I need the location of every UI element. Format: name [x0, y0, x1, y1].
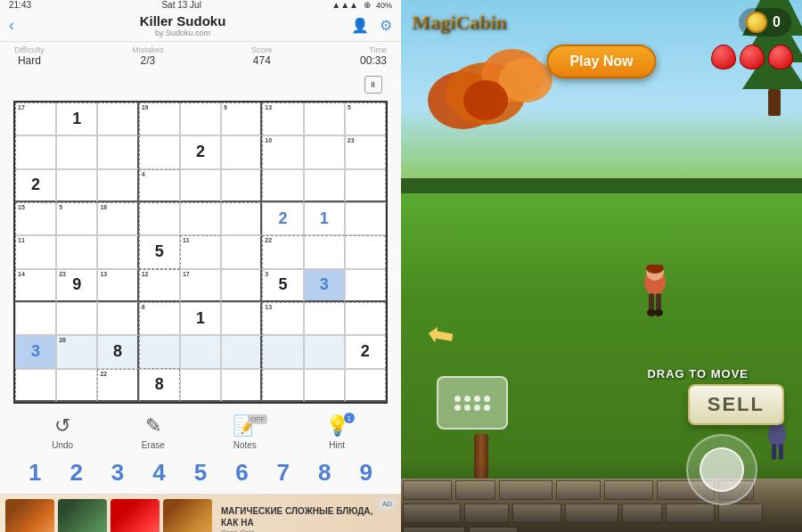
- table-row[interactable]: 9: [221, 102, 262, 135]
- table-row[interactable]: [180, 369, 221, 402]
- sell-platform[interactable]: SELL: [688, 384, 784, 425]
- table-row[interactable]: 8: [139, 302, 180, 335]
- table-row[interactable]: [139, 335, 180, 368]
- ad-banner[interactable]: МАГИЧЕСКИЕ СЛОЖНЫЕ БЛЮДА, КАК НА Coca-Co…: [0, 494, 401, 532]
- table-row[interactable]: [221, 335, 262, 368]
- sudoku-grid[interactable]: 17 1 19 9 13 5 2 10 23 2 4: [13, 101, 388, 404]
- table-row[interactable]: [56, 235, 97, 268]
- table-row[interactable]: 15: [15, 202, 56, 235]
- table-row[interactable]: [221, 135, 262, 168]
- table-row[interactable]: [221, 202, 262, 235]
- table-row[interactable]: [97, 102, 138, 135]
- num-btn-6[interactable]: 6: [225, 459, 258, 487]
- table-row[interactable]: [304, 169, 345, 202]
- num-btn-2[interactable]: 2: [61, 459, 93, 487]
- table-row[interactable]: [304, 102, 345, 135]
- table-row[interactable]: [345, 202, 386, 235]
- table-row[interactable]: [56, 302, 97, 335]
- table-row[interactable]: [304, 235, 345, 268]
- table-row[interactable]: [262, 335, 303, 368]
- table-row[interactable]: [56, 169, 97, 202]
- num-btn-3[interactable]: 3: [102, 459, 134, 487]
- table-row[interactable]: [139, 202, 180, 235]
- notes-button[interactable]: 📝OFF Notes: [233, 414, 257, 450]
- table-row[interactable]: [97, 302, 138, 335]
- table-row[interactable]: 22: [262, 235, 303, 268]
- table-row[interactable]: [15, 302, 56, 335]
- table-row[interactable]: [221, 302, 262, 335]
- game-ad-panel[interactable]: MagiCabin 0 Play Now ⬅: [401, 0, 802, 532]
- table-row[interactable]: 17: [180, 269, 221, 302]
- table-row[interactable]: [262, 369, 303, 402]
- table-row[interactable]: [345, 302, 386, 335]
- table-row[interactable]: [15, 369, 56, 402]
- table-row[interactable]: 12: [139, 269, 180, 302]
- table-row[interactable]: [15, 135, 56, 168]
- profile-icon[interactable]: 👤: [351, 17, 369, 34]
- pause-button[interactable]: ⏸: [364, 76, 382, 94]
- table-row[interactable]: 18: [97, 202, 138, 235]
- num-btn-4[interactable]: 4: [143, 459, 176, 487]
- table-row[interactable]: [180, 202, 221, 235]
- table-row[interactable]: 5: [345, 102, 386, 135]
- table-row[interactable]: [304, 335, 345, 368]
- table-row[interactable]: 2: [180, 135, 221, 168]
- num-btn-9[interactable]: 9: [350, 459, 382, 487]
- play-now-button[interactable]: Play Now: [546, 45, 656, 78]
- table-row[interactable]: [180, 102, 221, 135]
- table-row[interactable]: [180, 335, 221, 368]
- table-row[interactable]: [345, 269, 386, 302]
- table-row[interactable]: [139, 135, 180, 168]
- table-row[interactable]: 23: [345, 135, 386, 168]
- table-row[interactable]: 3: [15, 335, 56, 368]
- num-btn-5[interactable]: 5: [184, 459, 217, 487]
- num-btn-8[interactable]: 8: [308, 459, 340, 487]
- table-row[interactable]: [221, 269, 262, 302]
- erase-button[interactable]: ✎ Erase: [142, 414, 165, 450]
- table-row[interactable]: [221, 369, 262, 402]
- table-row[interactable]: [221, 169, 262, 202]
- table-row[interactable]: 2: [15, 169, 56, 202]
- table-row[interactable]: 19: [139, 102, 180, 135]
- table-row[interactable]: [180, 169, 221, 202]
- undo-button[interactable]: ↺ Undo: [52, 414, 73, 450]
- table-row[interactable]: [304, 135, 345, 168]
- num-btn-1[interactable]: 1: [19, 459, 51, 487]
- table-row[interactable]: 2: [345, 335, 386, 368]
- settings-icon[interactable]: ⚙: [380, 17, 392, 34]
- table-row[interactable]: 8: [97, 335, 138, 368]
- table-row[interactable]: 1: [304, 202, 345, 235]
- table-row[interactable]: [304, 369, 345, 402]
- sell-button[interactable]: SELL: [688, 384, 784, 425]
- table-row[interactable]: 22: [97, 369, 138, 402]
- table-row[interactable]: 5: [139, 235, 180, 268]
- hint-button[interactable]: 💡1 Hint: [325, 414, 349, 450]
- table-row[interactable]: 11: [180, 235, 221, 268]
- table-row[interactable]: [345, 169, 386, 202]
- table-row[interactable]: 13: [262, 302, 303, 335]
- table-row[interactable]: [345, 235, 386, 268]
- table-row[interactable]: [97, 135, 138, 168]
- table-row[interactable]: [304, 302, 345, 335]
- table-row[interactable]: 8: [139, 369, 180, 402]
- table-row[interactable]: [345, 369, 386, 402]
- table-row[interactable]: 2: [262, 202, 303, 235]
- table-row[interactable]: [97, 235, 138, 268]
- table-row[interactable]: [221, 235, 262, 268]
- table-row[interactable]: [97, 169, 138, 202]
- table-row[interactable]: 239: [56, 269, 97, 302]
- table-row[interactable]: 1: [56, 102, 97, 135]
- table-row[interactable]: 28: [56, 335, 97, 368]
- table-row[interactable]: 11: [15, 235, 56, 268]
- table-row[interactable]: 13: [97, 269, 138, 302]
- table-row[interactable]: 35: [262, 269, 303, 302]
- table-row[interactable]: 4: [139, 169, 180, 202]
- table-row[interactable]: 17: [15, 102, 56, 135]
- table-row[interactable]: 3: [304, 269, 345, 302]
- table-row[interactable]: 10: [262, 135, 303, 168]
- table-row[interactable]: 14: [15, 269, 56, 302]
- num-btn-7[interactable]: 7: [267, 459, 299, 487]
- table-row[interactable]: [56, 135, 97, 168]
- table-row[interactable]: 1: [180, 302, 221, 335]
- table-row[interactable]: [56, 369, 97, 402]
